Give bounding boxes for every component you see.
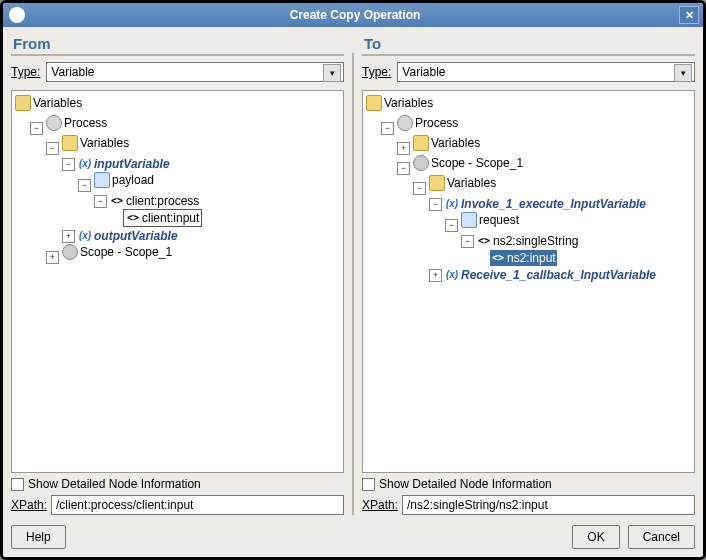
variable-icon: (x) [445,268,459,282]
collapse-icon[interactable]: − [429,198,442,211]
to-panel: To Type: Variable ▾ Variables − Process [362,35,695,515]
collapse-icon[interactable]: − [46,142,59,155]
folder-icon [62,135,78,151]
tree-label: client:process [126,193,199,209]
close-icon[interactable]: ✕ [679,6,699,24]
tree-label: ns2:input [507,250,556,266]
from-show-detail-label: Show Detailed Node Information [28,477,201,491]
variable-icon: (x) [445,197,459,211]
to-selected-node[interactable]: <> ns2:input [490,250,557,266]
from-panel: From Type: Variable ▾ Variables − Proces… [11,35,344,515]
chevron-down-icon: ▾ [674,64,692,82]
folder-icon [413,135,429,151]
tree-label: Variables [33,95,82,111]
folder-icon [15,95,31,111]
process-icon [397,115,413,131]
to-xpath-label: XPath: [362,498,398,512]
folder-icon [366,95,382,111]
element-icon: <> [110,194,124,208]
folder-icon [429,175,445,191]
tree-label: Process [415,115,458,131]
expand-icon[interactable]: + [397,142,410,155]
panel-separator [352,53,354,515]
tree-label: inputVariable [94,156,170,172]
tree-label: Variables [80,135,129,151]
collapse-icon[interactable]: − [381,122,394,135]
to-type-label: Type: [362,65,391,79]
collapse-icon[interactable]: − [397,162,410,175]
from-tree[interactable]: Variables − Process − Variables −(x) inp… [11,90,344,473]
collapse-icon[interactable]: − [461,235,474,248]
payload-icon [461,212,477,228]
element-icon: <> [477,234,491,248]
to-type-combo[interactable]: Variable ▾ [397,62,695,82]
tree-label: Variables [431,135,480,151]
collapse-icon[interactable]: − [413,182,426,195]
tree-label: ns2:singleString [493,233,578,249]
process-icon [46,115,62,131]
from-xpath-label: XPath: [11,498,47,512]
scope-icon [62,244,78,260]
app-icon [9,7,25,23]
collapse-icon[interactable]: − [62,158,75,171]
tree-label: Scope - Scope_1 [80,244,172,260]
tree-label: Variables [447,175,496,191]
help-button[interactable]: Help [11,525,66,549]
from-selected-node[interactable]: <> client:input [123,209,202,227]
tree-label: client:input [142,210,199,226]
tree-label: request [479,212,519,228]
variable-icon: (x) [78,229,92,243]
expand-icon[interactable]: + [429,269,442,282]
to-xpath-input[interactable] [402,495,695,515]
tree-label: Receive_1_callback_InputVariable [461,267,656,283]
from-type-value: Variable [51,65,94,79]
tree-label: Scope - Scope_1 [431,155,523,171]
titlebar: Create Copy Operation ✕ [3,3,703,27]
collapse-icon[interactable]: − [30,122,43,135]
from-type-combo[interactable]: Variable ▾ [46,62,344,82]
to-show-detail-label: Show Detailed Node Information [379,477,552,491]
to-show-detail-checkbox[interactable] [362,478,375,491]
tree-label: payload [112,172,154,188]
chevron-down-icon: ▾ [323,64,341,82]
from-xpath-input[interactable] [51,495,344,515]
element-icon: <> [491,251,505,265]
to-tree[interactable]: Variables − Process + Variables − Scope … [362,90,695,473]
to-heading: To [364,35,695,52]
tree-label: Variables [384,95,433,111]
from-heading: From [13,35,344,52]
expand-icon[interactable]: + [62,230,75,243]
from-show-detail-checkbox[interactable] [11,478,24,491]
ok-button[interactable]: OK [572,525,619,549]
tree-label: Invoke_1_execute_InputVariable [461,196,646,212]
collapse-icon[interactable]: − [94,195,107,208]
element-icon: <> [126,211,140,225]
variable-icon: (x) [78,157,92,171]
tree-label: Process [64,115,107,131]
payload-icon [94,172,110,188]
collapse-icon[interactable]: − [445,219,458,232]
tree-label: outputVariable [94,228,178,244]
collapse-icon[interactable]: − [78,179,91,192]
from-type-label: Type: [11,65,40,79]
expand-icon[interactable]: + [46,251,59,264]
to-type-value: Variable [402,65,445,79]
scope-icon [413,155,429,171]
cancel-button[interactable]: Cancel [628,525,695,549]
window-title: Create Copy Operation [31,8,679,22]
